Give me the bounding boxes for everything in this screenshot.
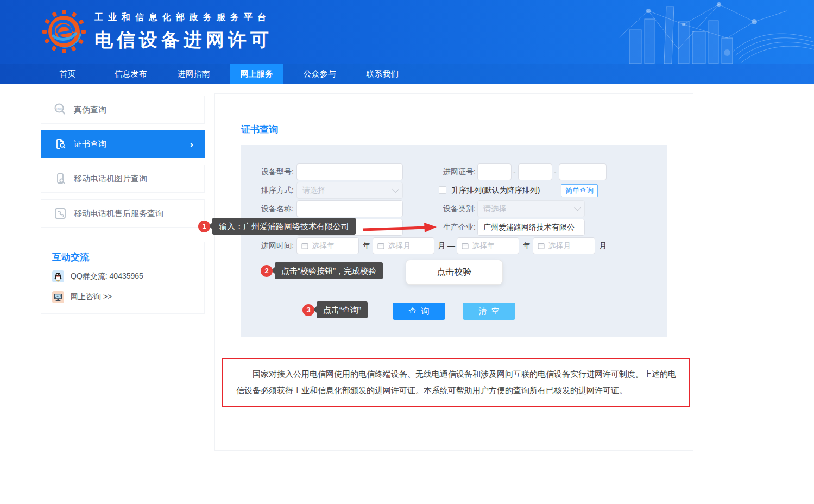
- year-suffix: 年: [363, 237, 370, 254]
- interaction-title: 互动交流: [52, 251, 89, 263]
- range-dash: —: [447, 237, 455, 254]
- end-month-placeholder: 选择月: [548, 241, 571, 251]
- qq-group-label: QQ群交流: 40435965: [71, 272, 143, 281]
- nav-item-contact[interactable]: 联系我们: [356, 64, 409, 84]
- network-date-label: 进网时间:: [241, 237, 294, 254]
- step-2-tooltip: 点击“校验按钮”，完成校验: [275, 262, 383, 279]
- header-banner: 工业和信息化部政务服务平台 电信设备进网许可: [0, 0, 814, 64]
- sort-select[interactable]: 请选择: [296, 182, 403, 199]
- device-type-label: 设备类别:: [427, 200, 476, 217]
- step-3-tooltip: 点击“查询”: [317, 301, 368, 318]
- end-year-picker[interactable]: 选择年: [457, 237, 519, 254]
- calendar-icon: [462, 242, 469, 249]
- sidebar-item-authenticity-query[interactable]: True 真伪查询: [41, 96, 205, 124]
- monitor-icon: [52, 291, 64, 303]
- sort-label: 排序方式:: [241, 182, 294, 199]
- svg-text:True: True: [56, 107, 63, 110]
- month-suffix: 月: [599, 237, 607, 254]
- end-month-picker[interactable]: 选择月: [533, 237, 595, 254]
- online-consult-link[interactable]: 网上咨询 >>: [52, 291, 112, 303]
- sidebar-item-label: 移动电话机图片查询: [74, 174, 147, 184]
- step-1-tooltip: 输入：广州爱浦路网络技术有限公司: [212, 218, 356, 235]
- interaction-panel: 互动交流 QQ群交流: 40435965: [41, 242, 205, 314]
- sort-select-placeholder: 请选择: [302, 186, 392, 196]
- start-year-placeholder: 选择年: [312, 241, 335, 251]
- year-suffix: 年: [523, 237, 531, 254]
- nav-item-home[interactable]: 首页: [41, 64, 94, 84]
- device-type-select[interactable]: 请选择: [477, 200, 585, 217]
- device-model-label: 设备型号:: [241, 163, 294, 180]
- sidebar-item-label: 真伪查询: [74, 105, 106, 115]
- captcha-verify-button[interactable]: 点击校验: [406, 260, 503, 285]
- step-2-badge: 2: [261, 265, 273, 277]
- platform-title: 工业和信息化部政务服务平台: [94, 12, 273, 23]
- true-search-icon: True: [53, 103, 67, 117]
- page: 工业和信息化部政务服务平台 电信设备进网许可: [0, 0, 814, 504]
- license-dash: -: [554, 163, 557, 180]
- clear-button[interactable]: 清空: [463, 303, 515, 320]
- month-suffix: 月: [438, 237, 445, 254]
- site-logo-icon: [42, 10, 86, 53]
- sidebar-item-phone-service-query[interactable]: 移动电话机售后服务查询: [41, 199, 205, 228]
- site-title: 电信设备进网许可: [94, 28, 273, 53]
- qq-icon: [52, 270, 64, 282]
- end-year-placeholder: 选择年: [472, 241, 495, 251]
- license-no-part1-input[interactable]: [477, 163, 512, 180]
- phone-image-search-icon: [53, 172, 67, 186]
- qq-group-link[interactable]: QQ群交流: 40435965: [52, 270, 143, 282]
- license-no-part2-input[interactable]: [518, 163, 552, 180]
- chevron-right-icon: ›: [190, 138, 193, 149]
- step-1-badge: 1: [198, 220, 210, 232]
- device-model-input[interactable]: [296, 163, 403, 180]
- device-name-label: 设备名称:: [241, 200, 294, 217]
- nav-item-public[interactable]: 公众参与: [293, 64, 346, 84]
- license-notice-text: 国家对接入公用电信网使用的电信终端设备、无线电通信设备和涉及网间互联的电信设备实…: [222, 358, 690, 407]
- simple-query-button[interactable]: 简单查询: [561, 184, 598, 197]
- start-year-picker[interactable]: 选择年: [296, 237, 359, 254]
- header-titles: 工业和信息化部政务服务平台 电信设备进网许可: [94, 12, 273, 53]
- step-3-badge: 3: [302, 304, 314, 316]
- calendar-icon: [538, 242, 545, 249]
- form-title: 证书查询: [241, 123, 278, 136]
- nav-item-online-services[interactable]: 网上服务: [230, 64, 283, 84]
- online-consult-label: 网上咨询 >>: [71, 292, 112, 302]
- query-button[interactable]: 查询: [393, 303, 445, 320]
- sidebar-item-phone-image-query[interactable]: 移动电话机图片查询: [41, 165, 205, 193]
- phone-service-icon: [53, 206, 67, 220]
- ascending-checkbox[interactable]: [439, 186, 446, 194]
- chevron-down-icon: [392, 186, 399, 193]
- sidebar-item-label: 移动电话机售后服务查询: [74, 209, 163, 219]
- header-skyline-decoration: [597, 0, 814, 64]
- calendar-icon: [377, 242, 384, 249]
- main-nav: 首页 信息发布 进网指南 网上服务 公众参与 联系我们: [0, 64, 814, 84]
- nav-item-news[interactable]: 信息发布: [104, 64, 157, 84]
- device-type-placeholder: 请选择: [483, 204, 574, 214]
- chevron-down-icon: [574, 204, 581, 211]
- step-1-arrow-icon: [361, 219, 438, 236]
- sidebar-item-certificate-query[interactable]: 证书查询 ›: [41, 130, 205, 158]
- ascending-label: 升序排列(默认为降序排列): [451, 182, 540, 199]
- calendar-icon: [301, 242, 308, 249]
- sidebar-item-label: 证书查询: [74, 139, 106, 149]
- license-no-label: 进网证号:: [427, 163, 476, 180]
- start-month-placeholder: 选择月: [388, 241, 411, 251]
- license-no-part3-input[interactable]: [559, 163, 607, 180]
- nav-item-guide[interactable]: 进网指南: [167, 64, 220, 84]
- start-month-picker[interactable]: 选择月: [373, 237, 434, 254]
- manufacturer-input[interactable]: [477, 219, 585, 236]
- cert-search-icon: [53, 137, 67, 151]
- license-dash: -: [513, 163, 516, 180]
- device-name-input[interactable]: [296, 200, 403, 217]
